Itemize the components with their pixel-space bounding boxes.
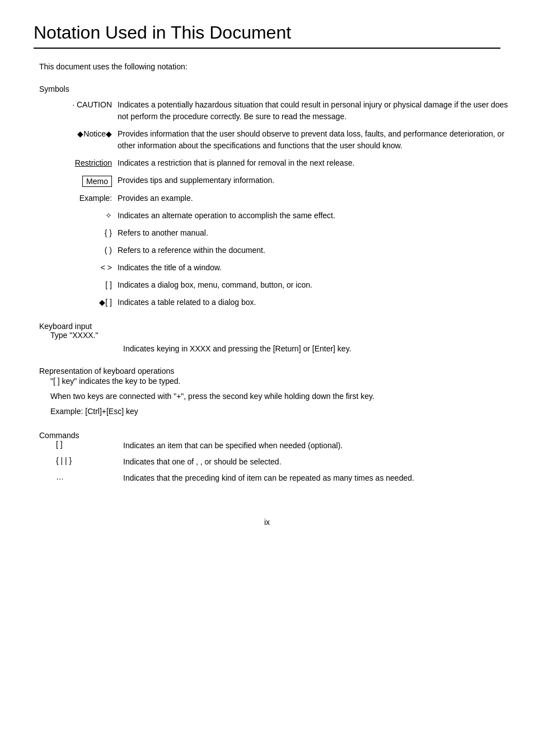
page-number: ix: [34, 518, 500, 527]
cmd-symbol-ellipsis: …: [56, 472, 123, 481]
symbol-notice: ◆Notice◆: [50, 128, 118, 138]
symbol-curly: { }: [50, 227, 118, 237]
table-row: ◆Notice◆ Provides information that the u…: [50, 128, 517, 152]
table-row: Restriction Indicates a restriction that…: [50, 157, 517, 169]
symbol-diamond: ✧: [50, 210, 118, 220]
intro-text: This document uses the following notatio…: [39, 62, 500, 71]
desc-parens: Refers to a reference within the documen…: [118, 245, 517, 256]
cmd-desc-ellipsis: Indicates that the preceding kind of ite…: [123, 472, 500, 484]
symbol-restriction: Restriction: [50, 157, 118, 167]
desc-curly: Refers to another manual.: [118, 227, 517, 239]
desc-diamond-square: Indicates a table related to a dialog bo…: [118, 297, 517, 308]
table-row: ✧ Indicates an alternate operation to ac…: [50, 210, 517, 222]
table-row: · CAUTION Indicates a potentially hazard…: [50, 99, 517, 123]
repr-line-2: When two keys are connected with "+", pr…: [50, 391, 500, 402]
commands-section: Commands [ ] Indicates an item that can …: [39, 431, 500, 484]
symbols-section-label: Symbols: [39, 84, 500, 93]
symbol-example: Example:: [50, 192, 118, 203]
commands-table: [ ] Indicates an item that can be specif…: [56, 440, 500, 484]
keyboard-row: Indicates keying in XXXX and pressing th…: [39, 344, 500, 353]
table-row: [ ] Indicates an item that can be specif…: [56, 440, 500, 452]
symbols-table: · CAUTION Indicates a potentially hazard…: [50, 99, 517, 308]
kb-desc: Indicates keying in XXXX and pressing th…: [123, 344, 500, 353]
desc-square: Indicates a dialog box, menu, command, b…: [118, 279, 517, 291]
table-row: ◆[ ] Indicates a table related to a dial…: [50, 297, 517, 308]
desc-notice: Provides information that the user shoul…: [118, 128, 517, 152]
cmd-symbol-optional: [ ]: [56, 440, 123, 449]
symbol-diamond-square: ◆[ ]: [50, 297, 118, 307]
table-row: ( ) Refers to a reference within the doc…: [50, 245, 517, 256]
symbol-caution: · CAUTION: [50, 99, 118, 109]
representation-section: Representation of keyboard operations "[…: [39, 367, 500, 417]
desc-restriction: Indicates a restriction that is planned …: [118, 157, 517, 169]
symbol-angle: < >: [50, 262, 118, 272]
cmd-desc-optional: Indicates an item that can be specified …: [123, 440, 500, 452]
desc-angle: Indicates the title of a window.: [118, 262, 517, 274]
desc-caution: Indicates a potentially hazardous situat…: [118, 99, 517, 123]
desc-example: Provides an example.: [118, 192, 517, 204]
table-row: { | | } Indicates that one of , , or sho…: [56, 456, 500, 468]
symbol-parens: ( ): [50, 245, 118, 255]
symbol-square: [ ]: [50, 279, 118, 289]
cmd-symbol-pipe: { | | }: [56, 456, 123, 465]
table-row: Memo Provides tips and supplementary inf…: [50, 175, 517, 187]
keyboard-sub-label: Type "XXXX.": [50, 331, 500, 340]
repr-example: Example: [Ctrl]+[Esc] key: [50, 406, 500, 417]
repr-label: Representation of keyboard operations: [39, 367, 500, 375]
page-title: Notation Used in This Document: [34, 22, 500, 49]
desc-diamond: Indicates an alternate operation to acco…: [118, 210, 517, 222]
keyboard-input-label: Keyboard input: [39, 322, 500, 331]
desc-memo: Provides tips and supplementary informat…: [118, 175, 517, 186]
table-row: Example: Provides an example.: [50, 192, 517, 204]
table-row: [ ] Indicates a dialog box, menu, comman…: [50, 279, 517, 291]
symbol-memo: Memo: [50, 175, 118, 187]
table-row: … Indicates that the preceding kind of i…: [56, 472, 500, 484]
repr-line-1: "[ ] key" indicates the key to be typed.: [50, 375, 500, 387]
cmd-desc-pipe: Indicates that one of , , or should be s…: [123, 456, 500, 468]
commands-label: Commands: [39, 431, 500, 440]
keyboard-input-section: Keyboard input Type "XXXX." Indicates ke…: [39, 322, 500, 353]
table-row: < > Indicates the title of a window.: [50, 262, 517, 274]
table-row: { } Refers to another manual.: [50, 227, 517, 239]
kb-symbol-empty: [39, 344, 123, 353]
